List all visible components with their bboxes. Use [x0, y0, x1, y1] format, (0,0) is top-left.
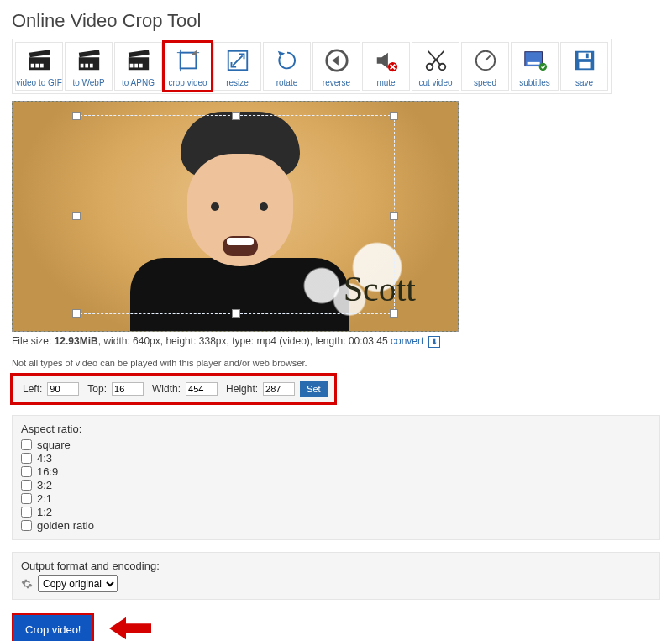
aspect-option-1-2[interactable]: 1:2 — [21, 506, 651, 518]
toolbar-crop-video[interactable]: crop video — [164, 42, 212, 91]
subtitles-icon — [522, 43, 548, 78]
toolbar-label: subtitles — [519, 78, 550, 87]
toolbar-mute[interactable]: mute — [362, 42, 410, 91]
toolbar-rotate[interactable]: rotate — [263, 42, 311, 91]
toolbar-video-to-gif[interactable]: video to GIF — [15, 42, 63, 91]
compatibility-note: Not all types of video can be played wit… — [12, 358, 660, 368]
svg-rect-27 — [579, 62, 590, 69]
arrow-indicator-icon — [109, 613, 151, 641]
save-icon — [572, 43, 597, 78]
convert-link[interactable]: convert — [391, 335, 423, 347]
top-label: Top: — [87, 383, 107, 395]
crop-handle-mr[interactable] — [390, 212, 398, 220]
aspect-option-2-1[interactable]: 2:1 — [21, 492, 651, 505]
aspect-checkbox[interactable] — [21, 520, 32, 531]
svg-rect-2 — [30, 64, 34, 68]
svg-rect-11 — [128, 50, 149, 57]
toolbar-speed[interactable]: speed — [461, 42, 509, 91]
aspect-label: golden ratio — [37, 519, 94, 532]
mute-icon — [374, 43, 399, 78]
svg-rect-14 — [139, 64, 142, 68]
toolbar-to-webp[interactable]: to WebP — [65, 42, 113, 91]
crop-selection[interactable] — [76, 115, 395, 314]
gear-icon — [21, 578, 33, 590]
svg-rect-4 — [39, 64, 43, 68]
svg-rect-28 — [585, 54, 588, 59]
toolbar-to-apng[interactable]: to APNG — [114, 42, 162, 91]
svg-rect-9 — [89, 64, 92, 68]
aspect-label: 3:2 — [37, 479, 52, 491]
reverse-icon — [324, 43, 349, 78]
aspect-option-golden-ratio[interactable]: golden ratio — [21, 519, 651, 532]
crop-coordinates-bar: Left: Top: Width: Height: Set — [12, 375, 335, 403]
crop-handle-bm[interactable] — [232, 309, 240, 318]
crop-handle-ml[interactable] — [72, 212, 81, 220]
svg-rect-8 — [85, 64, 88, 68]
aspect-label: 4:3 — [37, 452, 52, 465]
aspect-checkbox[interactable] — [21, 466, 32, 477]
output-format-select[interactable]: Copy original — [38, 575, 118, 592]
toolbar-save[interactable]: save — [560, 42, 608, 91]
crop-handle-tr[interactable] — [390, 112, 398, 120]
svg-rect-12 — [129, 64, 133, 68]
resize-icon — [225, 43, 250, 78]
download-icon[interactable]: ⬇ — [428, 336, 440, 348]
svg-rect-7 — [80, 64, 83, 68]
svg-rect-26 — [578, 53, 591, 60]
toolbar-label: save — [575, 78, 593, 87]
toolbar-label: video to GIF — [16, 78, 61, 87]
set-button[interactable]: Set — [300, 381, 328, 397]
svg-rect-6 — [78, 50, 99, 57]
height-input[interactable] — [263, 382, 295, 396]
aspect-checkbox[interactable] — [21, 493, 32, 504]
video-canvas[interactable]: Scott — [12, 101, 459, 332]
crop-handle-tl[interactable] — [72, 112, 81, 120]
svg-rect-23 — [527, 62, 539, 65]
toolbar-label: crop video — [168, 78, 207, 87]
toolbar-label: to APNG — [122, 78, 155, 87]
toolbar-label: speed — [474, 78, 496, 87]
width-label: Width: — [152, 383, 181, 395]
crop-handle-bl[interactable] — [72, 309, 81, 318]
toolbar-reverse[interactable]: reverse — [312, 42, 360, 91]
width-input[interactable] — [186, 382, 218, 396]
toolbar-label: resize — [226, 78, 249, 87]
svg-rect-3 — [35, 64, 39, 68]
left-input[interactable] — [47, 382, 79, 396]
aspect-option-square[interactable]: square — [21, 439, 651, 451]
output-section: Output format and encoding: Copy origina… — [12, 552, 660, 600]
aspect-label: 16:9 — [37, 465, 58, 478]
page-title: Online Video Crop Tool — [12, 10, 660, 32]
svg-rect-1 — [29, 50, 50, 57]
aspect-checkbox[interactable] — [21, 439, 32, 450]
toolbar: video to GIFto WebPto APNGcrop videoresi… — [12, 39, 612, 94]
toolbar-label: rotate — [276, 78, 298, 87]
aspect-checkbox[interactable] — [21, 480, 32, 491]
aspect-ratio-title: Aspect ratio: — [21, 423, 651, 435]
aspect-label: 2:1 — [37, 492, 52, 505]
to-apng-icon — [126, 43, 151, 78]
aspect-option-16-9[interactable]: 16:9 — [21, 465, 651, 478]
toolbar-subtitles[interactable]: subtitles — [511, 42, 559, 91]
toolbar-cut-video[interactable]: cut video — [412, 42, 459, 91]
svg-point-24 — [538, 63, 546, 71]
crop-handle-br[interactable] — [390, 309, 398, 318]
aspect-checkbox[interactable] — [21, 507, 32, 518]
aspect-option-3-2[interactable]: 3:2 — [21, 479, 651, 491]
speed-icon — [473, 43, 498, 78]
video-to-gif-icon — [27, 43, 52, 78]
top-input[interactable] — [112, 382, 144, 396]
crop-handle-tm[interactable] — [232, 112, 240, 120]
aspect-option-4-3[interactable]: 4:3 — [21, 452, 651, 465]
svg-rect-13 — [134, 64, 138, 68]
toolbar-resize[interactable]: resize — [213, 42, 261, 91]
file-info: File size: 12.93MiB, width: 640px, heigh… — [12, 335, 660, 348]
crop-video-button[interactable]: Crop video! — [12, 613, 94, 641]
aspect-label: square — [37, 439, 71, 451]
toolbar-label: to WebP — [72, 78, 104, 87]
toolbar-label: reverse — [323, 78, 350, 87]
aspect-checkbox[interactable] — [21, 453, 32, 464]
cut-video-icon — [423, 43, 449, 78]
rotate-icon — [275, 43, 300, 78]
aspect-ratio-section: Aspect ratio: square4:316:93:22:11:2gold… — [12, 415, 660, 540]
